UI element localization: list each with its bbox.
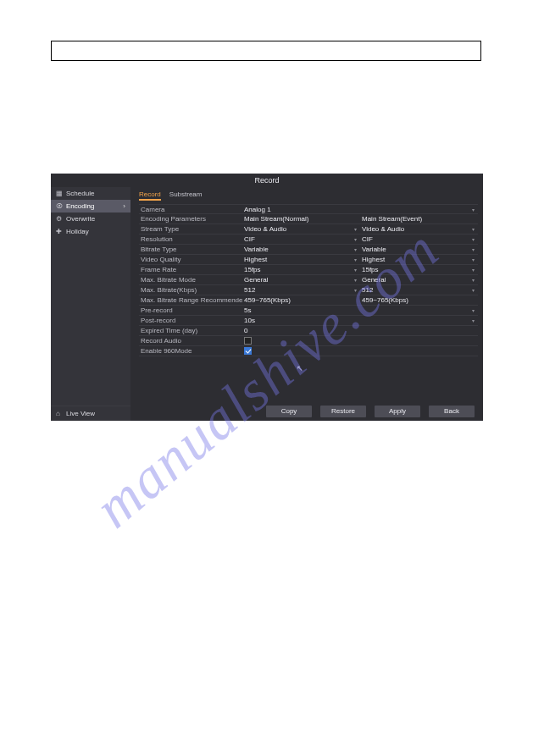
- label-resolution: Resolution: [139, 235, 242, 243]
- label-max-bitrate-range: Max. Bitrate Range Recommended: [139, 296, 242, 304]
- back-button[interactable]: Back: [429, 406, 475, 417]
- label-frame-rate: Frame Rate: [139, 266, 242, 273]
- tab-substream[interactable]: Substream: [169, 190, 203, 201]
- sidebar-item-label: Live View: [66, 410, 95, 417]
- restore-button[interactable]: Restore: [320, 406, 366, 417]
- plus-icon: ✚: [56, 229, 63, 235]
- label-max-bitrate-mode: Max. Bitrate Mode: [139, 276, 242, 284]
- page-header-box: [51, 41, 481, 61]
- copy-button[interactable]: Copy: [266, 406, 312, 417]
- label-encoding-parameters: Encoding Parameters: [139, 215, 242, 223]
- select-max-kbps-normal[interactable]: 512: [242, 286, 360, 294]
- home-icon: ⌂: [56, 411, 63, 417]
- label-enable-960mode: Enable 960Mode: [139, 347, 242, 355]
- checkbox-record-audio[interactable]: [244, 337, 252, 345]
- select-post-record[interactable]: 10s: [242, 317, 478, 324]
- window-title: Record: [51, 174, 483, 187]
- tab-record[interactable]: Record: [139, 190, 161, 201]
- cell-enable-960mode: [242, 347, 478, 355]
- gear-icon: ⚙: [56, 216, 63, 223]
- select-camera[interactable]: Analog 1: [242, 206, 478, 213]
- sidebar-item-label: Encoding: [66, 202, 94, 210]
- sidebar-item-schedule[interactable]: ▦ Schedule: [51, 187, 130, 200]
- record-settings-window: Record ▦ Schedule ⦿ Encoding ⚙ Overwrite…: [51, 174, 483, 421]
- select-bitrate-type-event[interactable]: Variable: [360, 246, 478, 253]
- footer-buttons: Copy Restore Apply Back: [139, 402, 478, 417]
- label-max-bitrate-kbps: Max. Bitrate(Kbps): [139, 286, 242, 294]
- label-post-record: Post-record: [139, 317, 242, 324]
- select-video-quality-event[interactable]: Highest: [360, 256, 478, 263]
- main-panel: Record Substream Camera Analog 1 Encodin…: [130, 187, 483, 421]
- select-resolution-event[interactable]: CIF: [360, 235, 478, 243]
- label-bitrate-type: Bitrate Type: [139, 246, 242, 253]
- label-pre-record: Pre-record: [139, 306, 242, 314]
- settings-rows: Camera Analog 1 Encoding Parameters Main…: [139, 204, 478, 402]
- value-enc-event: Main Stream(Event): [360, 215, 478, 223]
- cell-record-audio: [242, 337, 478, 345]
- sidebar-item-holiday[interactable]: ✚ Holiday: [51, 225, 130, 238]
- value-max-range-normal: 459~765(Kbps): [242, 296, 360, 304]
- sidebar-item-label: Schedule: [66, 190, 94, 197]
- tabs: Record Substream: [139, 190, 478, 201]
- label-record-audio: Record Audio: [139, 337, 242, 345]
- sidebar-item-label: Overwrite: [66, 215, 95, 223]
- label-expired-time: Expired Time (day): [139, 327, 242, 334]
- apply-button[interactable]: Apply: [375, 406, 420, 417]
- input-expired-time[interactable]: 0: [242, 327, 478, 334]
- calendar-icon: ▦: [56, 190, 63, 197]
- label-stream-type: Stream Type: [139, 225, 242, 233]
- sidebar-item-encoding[interactable]: ⦿ Encoding: [51, 200, 130, 212]
- label-video-quality: Video Quality: [139, 256, 242, 263]
- sidebar-item-overwrite[interactable]: ⚙ Overwrite: [51, 212, 130, 225]
- sidebar-item-label: Holiday: [66, 228, 89, 235]
- record-icon: ⦿: [56, 203, 63, 210]
- sidebar-item-liveview[interactable]: ⌂ Live View: [51, 406, 130, 421]
- select-stream-type-normal[interactable]: Video & Audio: [242, 225, 360, 233]
- select-max-mode-normal[interactable]: General: [242, 276, 360, 284]
- checkbox-enable-960mode[interactable]: [244, 347, 252, 355]
- label-camera: Camera: [139, 206, 242, 213]
- select-resolution-normal[interactable]: CIF: [242, 235, 360, 243]
- select-max-kbps-event[interactable]: 512: [360, 286, 478, 294]
- value-enc-normal: Main Stream(Normal): [242, 215, 360, 223]
- select-bitrate-type-normal[interactable]: Variable: [242, 246, 360, 253]
- select-video-quality-normal[interactable]: Highest: [242, 256, 360, 263]
- select-frame-rate-normal[interactable]: 15fps: [242, 266, 360, 273]
- select-frame-rate-event[interactable]: 15fps: [360, 266, 478, 273]
- select-pre-record[interactable]: 5s: [242, 306, 478, 314]
- value-max-range-event: 459~765(Kbps): [360, 296, 478, 304]
- sidebar: ▦ Schedule ⦿ Encoding ⚙ Overwrite ✚ Holi…: [51, 187, 130, 421]
- select-max-mode-event[interactable]: General: [360, 276, 478, 284]
- select-stream-type-event[interactable]: Video & Audio: [360, 225, 478, 233]
